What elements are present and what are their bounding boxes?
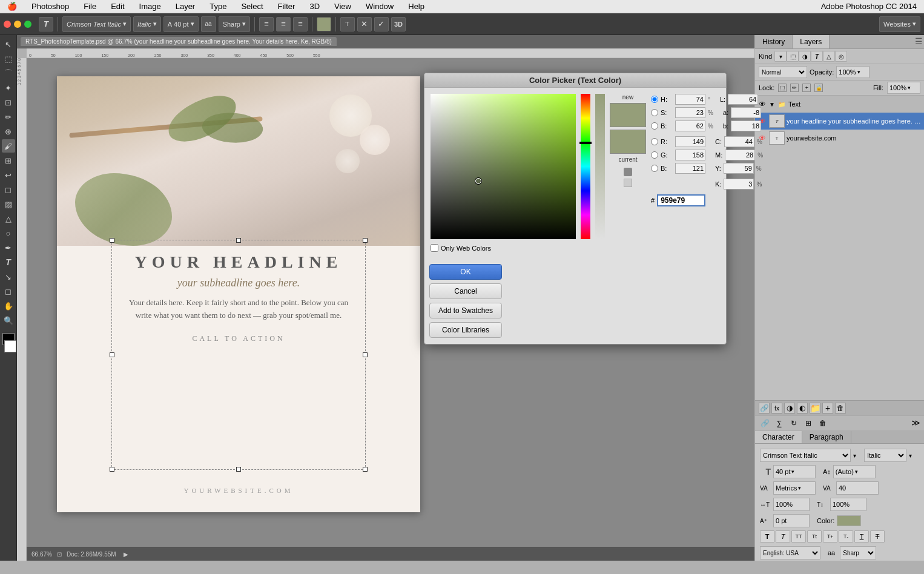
handle-top-right[interactable] xyxy=(363,238,368,243)
format-allcaps-btn[interactable]: TT xyxy=(791,530,806,543)
c-input[interactable] xyxy=(724,136,754,147)
r-radio[interactable] xyxy=(651,138,658,145)
char-baseline-input[interactable] xyxy=(773,514,810,527)
handle-bottom-right[interactable] xyxy=(363,467,368,472)
close-button[interactable] xyxy=(4,21,11,28)
history-brush-tool[interactable]: ↩ xyxy=(2,168,15,182)
magic-wand-tool[interactable]: ✦ xyxy=(2,81,15,94)
align-left-icon[interactable]: ≡ xyxy=(259,17,274,31)
handle-top-middle[interactable] xyxy=(236,238,241,243)
3d-icon[interactable]: 3D xyxy=(391,17,406,31)
trash-icon-2[interactable]: 🗑 xyxy=(817,418,829,429)
menu-layer[interactable]: Layer xyxy=(173,1,198,12)
menu-view[interactable]: View xyxy=(332,1,354,12)
warp-text-icon[interactable]: ⊤ xyxy=(340,17,355,31)
format-superscript-btn[interactable]: T+ xyxy=(823,530,837,543)
layer-mask-icon[interactable]: ◑ xyxy=(784,403,795,414)
brush-tool[interactable]: 🖌 xyxy=(2,139,15,153)
layer-group-text[interactable]: 👁 ▼ 📁 Text xyxy=(755,96,924,113)
maximize-button[interactable] xyxy=(24,21,31,28)
k-input[interactable] xyxy=(724,179,754,190)
s-input[interactable] xyxy=(675,107,705,118)
pen-tool[interactable]: ✒ xyxy=(2,241,15,254)
char-language-selector[interactable]: English: USA xyxy=(760,546,820,559)
text-area[interactable]: YOUR HEADLINE your subheadline goes here… xyxy=(111,240,366,470)
ok-button[interactable]: OK xyxy=(429,264,502,280)
menu-filter[interactable]: Filter xyxy=(276,1,298,12)
zoom-tool[interactable]: 🔍 xyxy=(2,314,15,327)
b-rgb-radio[interactable] xyxy=(651,165,658,172)
char-font-family[interactable]: Crimson Text Italic xyxy=(760,449,851,462)
align-center-icon[interactable]: ≡ xyxy=(276,17,291,31)
layer-fx-icon[interactable]: fx xyxy=(771,403,782,414)
document-tab[interactable]: RTS_PhotoshopTemplate.psd @ 66.7% (your … xyxy=(21,37,337,46)
format-subscript-btn[interactable]: T- xyxy=(839,530,853,543)
kind-adjustment-icon[interactable]: ◑ xyxy=(799,51,811,62)
fill-input[interactable]: 100% ▾ xyxy=(887,82,920,94)
text-tool-icon[interactable]: T xyxy=(39,17,53,31)
menu-type[interactable]: Type xyxy=(207,1,229,12)
panel-options-icon[interactable]: ≫ xyxy=(911,418,920,429)
alpha-slider-track[interactable] xyxy=(595,94,605,239)
link-icon[interactable]: 🔗 xyxy=(759,418,771,429)
b-input[interactable] xyxy=(675,120,705,131)
lock-transparent-btn[interactable]: ⬚ xyxy=(778,84,787,92)
web-safe-icon[interactable] xyxy=(624,179,632,187)
menu-help[interactable]: Help xyxy=(406,1,427,12)
kind-type-icon[interactable]: T xyxy=(811,51,823,62)
background-color[interactable] xyxy=(4,340,16,352)
char-size-input[interactable]: 40 pt▾ xyxy=(773,465,816,478)
rotate-icon[interactable]: ↻ xyxy=(788,418,800,429)
char-hscale-input[interactable] xyxy=(773,498,810,511)
anti-alias-selector[interactable]: Sharp ▾ xyxy=(219,16,250,32)
font-family-arrow[interactable]: ▾ xyxy=(853,452,862,459)
crop-tool[interactable]: ⊡ xyxy=(2,96,15,109)
group-expand-arrow[interactable]: ▼ xyxy=(769,101,775,108)
lock-all-btn[interactable]: 🔒 xyxy=(814,84,823,92)
handle-top-left[interactable] xyxy=(110,238,114,243)
hand-tool[interactable]: ✋ xyxy=(2,299,15,312)
menu-3d[interactable]: 3D xyxy=(307,1,322,12)
stamp-tool[interactable]: ⊞ xyxy=(2,154,15,167)
y-input[interactable] xyxy=(724,163,754,174)
delete-layer-icon[interactable]: 🗑 xyxy=(835,403,846,414)
hue-slider-track[interactable] xyxy=(581,94,590,239)
hue-input[interactable] xyxy=(675,94,705,105)
new-group-icon[interactable]: 📁 xyxy=(810,403,820,414)
r-input[interactable] xyxy=(675,136,705,147)
kind-shape-icon[interactable]: △ xyxy=(823,51,835,62)
blur-tool[interactable]: △ xyxy=(2,212,15,225)
hue-radio[interactable] xyxy=(651,96,658,103)
menu-select[interactable]: Select xyxy=(239,1,265,12)
tab-history[interactable]: History xyxy=(755,35,793,48)
menu-photoshop[interactable]: Photoshop xyxy=(29,1,71,12)
char-leading-input[interactable]: (Auto)▾ xyxy=(833,465,876,478)
gear-icon[interactable] xyxy=(624,168,632,176)
menu-edit[interactable]: Edit xyxy=(108,1,127,12)
char-tracking-input[interactable]: 40 xyxy=(836,481,879,495)
font-style-selector[interactable]: Italic ▾ xyxy=(133,16,161,32)
path-selection-tool[interactable]: ↘ xyxy=(2,270,15,283)
menu-window[interactable]: Window xyxy=(363,1,396,12)
l-input[interactable] xyxy=(728,94,758,105)
format-smallcaps-btn[interactable]: Tt xyxy=(807,530,822,543)
m-input[interactable] xyxy=(725,150,755,160)
layer-adjustment-icon[interactable]: ◐ xyxy=(797,403,808,414)
color-gradient-field[interactable] xyxy=(431,94,576,239)
saturation-radio[interactable] xyxy=(651,109,658,116)
panel-menu-icon[interactable]: ☰ xyxy=(915,36,923,47)
cancel-button[interactable]: Cancel xyxy=(429,283,502,299)
lock-position-btn[interactable]: + xyxy=(802,84,811,92)
color-libraries-button[interactable]: Color Libraries xyxy=(429,322,502,338)
kind-dropdown[interactable]: ▾ xyxy=(774,51,787,62)
only-web-colors-checkbox[interactable] xyxy=(431,244,438,252)
workspace-selector[interactable]: Websites▾ xyxy=(879,16,920,32)
a-input[interactable] xyxy=(731,107,761,118)
hue-slider[interactable] xyxy=(581,94,590,239)
b2-input[interactable] xyxy=(731,120,761,131)
expand-icon[interactable]: ▶ xyxy=(124,551,128,558)
transform-icon[interactable]: ⊞ xyxy=(802,418,814,429)
shape-tool[interactable]: ◻ xyxy=(2,285,15,298)
format-strikethrough-btn[interactable]: T xyxy=(870,530,885,543)
font-size-selector[interactable]: A 40 pt ▾ xyxy=(163,16,199,32)
